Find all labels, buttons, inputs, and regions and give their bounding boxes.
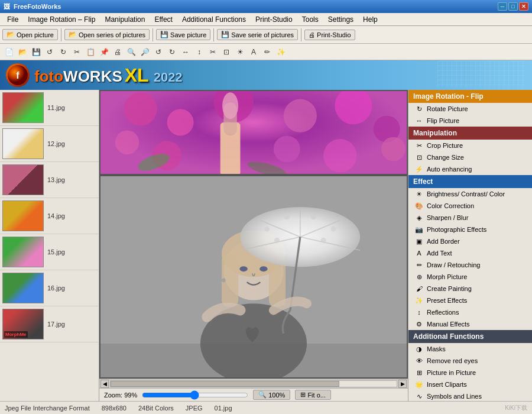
print-studio-button[interactable]: 🖨 Print-Studio	[304, 30, 355, 40]
scrollbar-track[interactable]	[110, 380, 397, 387]
reflections-item[interactable]: ↕ Reflections	[408, 306, 532, 318]
rotate-right-button[interactable]: ↻	[166, 46, 179, 59]
draw-button[interactable]: ✏	[261, 46, 274, 59]
create-painting-item[interactable]: 🖌 Create Painting	[408, 283, 532, 295]
folder-icon: 📂	[69, 31, 77, 38]
save-button[interactable]: 💾	[30, 46, 43, 59]
menu-effect[interactable]: Effect	[150, 14, 177, 25]
text-icon: A	[414, 248, 424, 258]
fit-button[interactable]: ⊞ Fit o...	[295, 390, 331, 400]
remove-red-eyes-item[interactable]: 👁 Remove red eyes	[408, 355, 532, 367]
menu-settings[interactable]: Settings	[323, 14, 358, 25]
svg-point-41	[274, 237, 280, 242]
add-border-item[interactable]: ▣ Add Border	[408, 235, 532, 247]
menu-file[interactable]: File	[2, 14, 23, 25]
canvas-area[interactable]	[99, 90, 408, 379]
insert-cliparts-item[interactable]: 🌟 Insert Cliparts	[408, 379, 532, 390]
open-series-button[interactable]: 📂 Open series of pictures	[64, 29, 150, 40]
svg-point-4	[124, 92, 157, 125]
thumb-16[interactable]: 16.jpg	[0, 270, 99, 306]
sharpen-item[interactable]: ◈ Sharpen / Blur	[408, 212, 532, 224]
brightness-button[interactable]: ☀	[233, 46, 246, 59]
flip-v-button[interactable]: ↕	[193, 46, 206, 59]
svg-point-17	[381, 137, 406, 161]
open-picture-button[interactable]: 📂 Open picture	[2, 29, 58, 40]
redo-button[interactable]: ↻	[57, 46, 70, 59]
zoom-label: Zoom: 99%	[104, 392, 137, 399]
menu-rotation[interactable]: Image Rotation – Flip	[23, 14, 100, 25]
picture-in-picture-item[interactable]: ⊞ Picture in Picture	[408, 367, 532, 379]
effects-button[interactable]: ✨	[274, 46, 287, 59]
crop-picture-item[interactable]: ✂ Crop Picture	[408, 140, 532, 151]
titlebar-controls[interactable]: ─ □ ✕	[498, 2, 528, 11]
thumb-13[interactable]: 13.jpg	[0, 162, 99, 198]
menu-print[interactable]: Print-Studio	[251, 14, 297, 25]
change-size-item[interactable]: ⊡ Change Size	[408, 151, 532, 163]
menu-help[interactable]: Help	[358, 14, 382, 25]
thumb-15[interactable]: 15.jpg	[0, 234, 99, 270]
menu-additional[interactable]: Additional Functions	[177, 14, 251, 25]
thumbnail-image-15	[2, 237, 44, 267]
cut-button[interactable]: ✂	[70, 46, 83, 59]
crop-button[interactable]: ✂	[206, 46, 219, 59]
save-serie-button[interactable]: 💾 Save serie of pictures	[217, 29, 298, 40]
image-area: ◀ ▶ Zoom: 99% 🔍 100% ⊞ Fit o...	[99, 90, 408, 401]
color-icon: 🎨	[414, 201, 424, 211]
close-button[interactable]: ✕	[519, 2, 528, 11]
resize-button[interactable]: ⊡	[220, 46, 233, 59]
open-button[interactable]: 📂	[16, 46, 29, 59]
section-effect-header[interactable]: Effect	[408, 175, 532, 188]
zoom-slider[interactable]	[142, 390, 248, 400]
color-depth: 24Bit Colors	[138, 405, 174, 412]
zoom-100-button[interactable]: 🔍 100%	[253, 390, 290, 400]
print-button[interactable]: 🖨	[111, 46, 124, 59]
flip-h-button[interactable]: ↔	[179, 46, 192, 59]
menu-manipulation[interactable]: Manipulation	[100, 14, 150, 25]
thumbnail-panel: 11.jpg 12.jpg 13.jpg 14.jpg 15.jpg 16.jp…	[0, 90, 99, 401]
logo-ball: f	[6, 63, 30, 87]
svg-point-15	[274, 135, 300, 162]
scroll-right-button[interactable]: ▶	[398, 380, 407, 388]
photographic-item[interactable]: 📷 Photographic Effects	[408, 224, 532, 235]
color-correction-item[interactable]: 🎨 Color Correction	[408, 200, 532, 212]
horizontal-scrollbar[interactable]: ◀ ▶	[99, 379, 408, 388]
thumb-14[interactable]: 14.jpg	[0, 198, 99, 234]
rotate-left-button[interactable]: ↺	[152, 46, 165, 59]
zoom-out-button[interactable]: 🔎	[138, 46, 151, 59]
thumb-17[interactable]: MorphMe 17.jpg	[0, 306, 99, 342]
copy-button[interactable]: 📋	[84, 46, 97, 59]
undo-button[interactable]: ↺	[43, 46, 56, 59]
brightness-item[interactable]: ☀ Brightness/ Contrast/ Color	[408, 188, 532, 200]
auto-enhance-item[interactable]: ⚡ Auto enhancing	[408, 163, 532, 175]
scrollbar-thumb[interactable]	[111, 381, 339, 387]
rotate-icon: ↻	[414, 104, 424, 114]
morph-item[interactable]: ⊛ Morph Picture	[408, 271, 532, 283]
manual-effects-item[interactable]: ⚙ Manual Effects	[408, 318, 532, 330]
sharpen-icon: ◈	[414, 213, 424, 222]
svg-point-37	[264, 226, 270, 231]
save-picture-button[interactable]: 💾 Save picture	[156, 29, 210, 40]
flip-picture-item[interactable]: ↔ Flip Picture	[408, 115, 532, 127]
minimize-button[interactable]: ─	[498, 2, 507, 11]
masks-item[interactable]: ◑ Masks	[408, 343, 532, 355]
rotate-picture-item[interactable]: ↻ Rotate Picture	[408, 103, 532, 115]
draw-item[interactable]: ✏ Draw / Retouching	[408, 259, 532, 271]
maximize-button[interactable]: □	[508, 2, 518, 11]
thumb-11[interactable]: 11.jpg	[0, 90, 99, 126]
add-text-item[interactable]: A Add Text	[408, 247, 532, 259]
svg-point-12	[222, 92, 238, 119]
thumb-12[interactable]: 12.jpg	[0, 126, 99, 162]
thumbnail-image-13	[2, 164, 44, 195]
section-manipulation-header[interactable]: Manipulation	[408, 127, 532, 140]
paste-button[interactable]: 📌	[98, 46, 111, 59]
scroll-left-button[interactable]: ◀	[100, 380, 109, 388]
thumb-label-12: 12.jpg	[47, 140, 65, 147]
preset-effects-item[interactable]: ✨ Preset Effects	[408, 295, 532, 306]
symbols-lines-item[interactable]: ∿ Symbols and Lines	[408, 390, 532, 401]
menu-tools[interactable]: Tools	[297, 14, 323, 25]
section-additional-header[interactable]: Additional Functions	[408, 330, 532, 343]
zoom-in-button[interactable]: 🔍	[125, 46, 138, 59]
new-button[interactable]: 📄	[2, 46, 15, 59]
text-button[interactable]: A	[247, 46, 260, 59]
section-rotation-header[interactable]: Image Rotation - Flip	[408, 90, 532, 103]
